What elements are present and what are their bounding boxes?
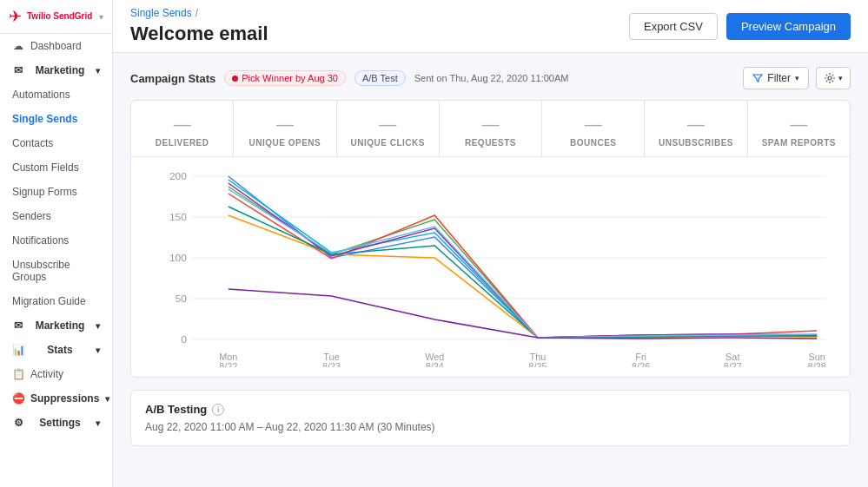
stat-spam-reports-value: — [757, 115, 841, 135]
top-bar: Single Sends / Welcome email Export CSV … [113, 0, 868, 53]
sidebar-item-notifications[interactable]: Notifications [0, 228, 112, 253]
preview-campaign-button[interactable]: Preview Campaign [726, 13, 851, 40]
sidebar-item-signup-forms[interactable]: Signup Forms [0, 180, 112, 204]
chevron-down-icon: ▾ [96, 66, 100, 76]
filter-icon [752, 73, 763, 83]
stat-requests-value: — [448, 115, 533, 135]
gear-icon [824, 72, 836, 84]
svg-text:Sat: Sat [726, 352, 739, 362]
stat-requests: — REQUESTS [440, 101, 542, 156]
sidebar-item-unsubscribe-groups[interactable]: Unsubscribe Groups [0, 253, 112, 289]
sidebar-label-notifications: Notifications [12, 234, 69, 247]
stat-unsubscribes-value: — [653, 115, 738, 135]
sidebar-label-automations: Automations [12, 89, 70, 101]
chevron-stats-icon: ▾ [96, 346, 100, 355]
filter-button[interactable]: Filter ▾ [743, 67, 809, 89]
sidebar-item-senders[interactable]: Senders [0, 204, 112, 228]
svg-text:Thu: Thu [530, 352, 547, 362]
stats-row: — DELIVERED — UNIQUE OPENS — UNIQUE CLIC… [131, 101, 850, 157]
top-bar-right: Export CSV Preview Campaign [629, 13, 851, 40]
ab-testing-title: A/B Testing i [145, 403, 836, 416]
sidebar-item-dashboard[interactable]: ☁ Dashboard [0, 34, 112, 58]
stat-unsubscribes: — UNSUBSCRIBES [645, 101, 747, 156]
stats-icon: 📊 [12, 344, 24, 356]
sidebar-logo: ✈ Twilio SendGrid ▾ [0, 0, 112, 34]
stat-unique-opens: — UNIQUE OPENS [234, 101, 336, 156]
email2-icon: ✉ [12, 319, 24, 332]
sidebar-label-dashboard: Dashboard [30, 40, 82, 52]
chevron-settings-icon: ▾ [96, 418, 100, 428]
svg-text:0: 0 [181, 334, 187, 344]
logo-chevron[interactable]: ▾ [99, 12, 103, 22]
badge-dot [232, 76, 238, 82]
stat-unique-clicks-value: — [346, 115, 430, 135]
chevron-suppressions-icon: ▾ [105, 394, 109, 404]
ab-testing-label: A/B Testing [145, 403, 207, 416]
sidebar-item-single-sends[interactable]: Single Sends [0, 107, 112, 131]
stat-bounces: — BOUNCES [542, 101, 645, 156]
campaign-stats-title: Campaign Stats [130, 72, 215, 85]
svg-text:Mon: Mon [219, 352, 237, 362]
stat-bounces-label: BOUNCES [551, 138, 635, 148]
filter-btn-text: Filter [767, 72, 791, 84]
svg-text:8/28: 8/28 [808, 362, 826, 367]
export-csv-button[interactable]: Export CSV [629, 13, 718, 40]
breadcrumb: Single Sends / [130, 7, 268, 19]
badge-pick-winner: Pick Winner by Aug 30 [224, 70, 346, 86]
stat-spam-reports-label: SPAM REPORTS [757, 138, 841, 148]
chart-settings-button[interactable]: ▾ [816, 67, 851, 89]
svg-text:50: 50 [176, 293, 187, 303]
sidebar-item-marketing2[interactable]: ✉ Marketing ▾ [0, 313, 112, 338]
info-icon[interactable]: i [212, 404, 224, 416]
badge-pick-winner-text: Pick Winner by Aug 30 [242, 73, 338, 83]
stat-unsubscribes-label: UNSUBSCRIBES [653, 138, 738, 148]
badge-ab-text: A/B Test [362, 73, 398, 83]
gear-chevron-icon: ▾ [838, 74, 843, 82]
sidebar-label-unsubscribe-groups: Unsubscribe Groups [12, 259, 100, 283]
filter-area: Filter ▾ ▾ [743, 67, 851, 89]
sidebar-label-marketing2: Marketing [36, 319, 85, 332]
sidebar-item-activity[interactable]: 📋 Activity [0, 362, 112, 386]
filter-chevron-icon: ▾ [795, 74, 799, 82]
svg-text:Tue: Tue [323, 352, 340, 362]
svg-text:Sun: Sun [809, 352, 826, 362]
sidebar-label-senders: Senders [12, 210, 51, 222]
sidebar-item-contacts[interactable]: Contacts [0, 131, 112, 155]
sidebar-label-suppressions: Suppressions [30, 392, 99, 405]
svg-text:Wed: Wed [425, 352, 444, 362]
stat-delivered: — DELIVERED [131, 101, 234, 156]
svg-text:8/22: 8/22 [219, 362, 237, 367]
svg-point-0 [828, 76, 832, 80]
svg-text:100: 100 [169, 253, 187, 262]
stat-unique-clicks: — UNIQUE CLICKS [337, 101, 440, 156]
breadcrumb-link[interactable]: Single Sends [130, 7, 192, 19]
svg-text:8/25: 8/25 [528, 362, 547, 367]
sidebar-item-marketing[interactable]: ✉ Marketing ▾ [0, 58, 112, 82]
sidebar-label-stats: Stats [47, 344, 72, 356]
sidebar-label-settings: Settings [39, 417, 80, 429]
sidebar-item-migration-guide[interactable]: Migration Guide [0, 289, 112, 313]
sidebar-item-settings[interactable]: ⚙ Settings ▾ [0, 411, 112, 435]
sidebar-item-stats[interactable]: 📊 Stats ▾ [0, 338, 112, 362]
svg-text:200: 200 [169, 171, 187, 181]
cloud-icon: ☁ [12, 40, 24, 52]
svg-text:8/27: 8/27 [724, 362, 742, 367]
stat-unique-opens-label: UNIQUE OPENS [242, 138, 327, 148]
svg-text:150: 150 [169, 212, 187, 221]
suppressions-icon: ⛔ [12, 392, 24, 405]
stats-card: — DELIVERED — UNIQUE OPENS — UNIQUE CLIC… [130, 100, 851, 378]
sidebar-item-automations[interactable]: Automations [0, 82, 112, 107]
badge-ab: A/B Test [354, 70, 406, 86]
stat-unique-opens-value: — [242, 115, 327, 135]
svg-text:Fri: Fri [635, 352, 646, 362]
chevron-down2-icon: ▾ [96, 321, 100, 331]
stat-requests-label: REQUESTS [448, 138, 533, 148]
badge-sent: Sent on Thu, Aug 22, 2020 11:00AM [414, 73, 569, 83]
sidebar-item-custom-fields[interactable]: Custom Fields [0, 155, 112, 180]
svg-text:8/24: 8/24 [426, 362, 444, 367]
campaign-stats-header: Campaign Stats Pick Winner by Aug 30 A/B… [130, 67, 851, 89]
activity-icon: 📋 [12, 368, 24, 380]
sidebar-item-suppressions[interactable]: ⛔ Suppressions ▾ [0, 386, 112, 411]
chart-area: 200 150 100 50 0 Mon 8/22 Tue 8/23 Wed 8… [131, 157, 850, 377]
logo-text: Twilio SendGrid [27, 11, 92, 22]
